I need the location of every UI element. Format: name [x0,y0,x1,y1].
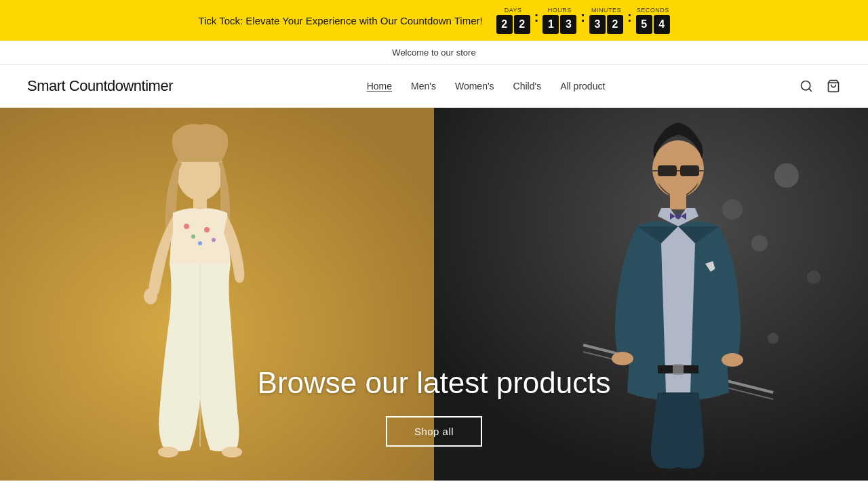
announcement-bar: Tick Tock: Elevate Your Experience with … [0,0,868,41]
nav-all-product[interactable]: All product [560,81,605,92]
svg-point-10 [198,241,202,245]
svg-point-13 [158,447,178,458]
svg-point-30 [675,214,681,219]
svg-point-11 [144,288,157,304]
welcome-text: Welcome to our store [392,47,475,58]
hero-left-panel [0,108,434,481]
svg-point-33 [612,352,633,365]
hour-digit-1: 1 [542,15,559,34]
svg-rect-29 [670,195,686,209]
welcome-bar: Welcome to our store [0,41,868,65]
svg-point-14 [222,447,242,458]
svg-rect-25 [680,165,699,176]
sec-digit-2: 4 [654,15,670,34]
cart-icon[interactable] [826,79,841,94]
header: Smart Countdowntimer Home Men's Women's … [0,65,868,108]
sep-2: : [580,9,585,25]
sep-3: : [627,9,632,25]
minutes-digits: 3 2 [589,15,623,34]
nav-home[interactable]: Home [367,81,392,92]
svg-line-1 [809,89,812,92]
svg-point-19 [768,333,778,344]
min-digit-2: 2 [607,15,623,34]
sep-1: : [534,9,539,25]
hour-digit-2: 3 [560,15,576,34]
svg-point-6 [184,224,189,229]
svg-rect-24 [658,165,677,176]
svg-point-9 [212,238,216,242]
nav-womens[interactable]: Women's [455,81,494,92]
announcement-text: Tick Tock: Elevate Your Experience with … [198,15,482,26]
nav-childs[interactable]: Child's [513,81,542,92]
svg-point-16 [774,163,799,188]
svg-point-17 [751,235,768,251]
shop-all-button[interactable]: Shop all [386,416,482,447]
day-digit-2: 2 [514,15,530,34]
days-digits: 2 2 [496,15,530,34]
seconds-digits: 5 4 [636,15,670,34]
days-label: Days [505,7,522,14]
countdown-days: Days 2 2 [496,7,530,34]
svg-point-20 [722,199,743,220]
minutes-label: Minutes [591,7,621,14]
nav-mens[interactable]: Men's [411,81,436,92]
hours-label: Hours [548,7,572,14]
svg-point-7 [191,235,195,239]
logo: Smart Countdowntimer [27,77,173,95]
hero-section: Browse our latest products Shop all [0,108,868,481]
main-nav: Home Men's Women's Child's All product [367,81,606,92]
countdown-hours: Hours 1 3 [542,7,576,34]
svg-point-34 [722,353,743,367]
countdown-seconds: Seconds 5 4 [636,7,670,34]
day-digit-1: 2 [496,15,513,34]
min-digit-1: 3 [589,15,606,34]
hero-right-panel [434,108,868,481]
svg-rect-32 [673,364,684,375]
svg-point-18 [807,270,821,284]
sec-digit-1: 5 [636,15,652,34]
search-icon[interactable] [799,79,814,94]
countdown-timer: Days 2 2 : Hours 1 3 : Minutes 3 2 : Sec… [496,7,670,34]
hours-digits: 1 3 [542,15,576,34]
seconds-label: Seconds [637,7,669,14]
countdown-minutes: Minutes 3 2 [589,7,623,34]
svg-point-8 [204,227,210,232]
header-icons [799,79,841,94]
